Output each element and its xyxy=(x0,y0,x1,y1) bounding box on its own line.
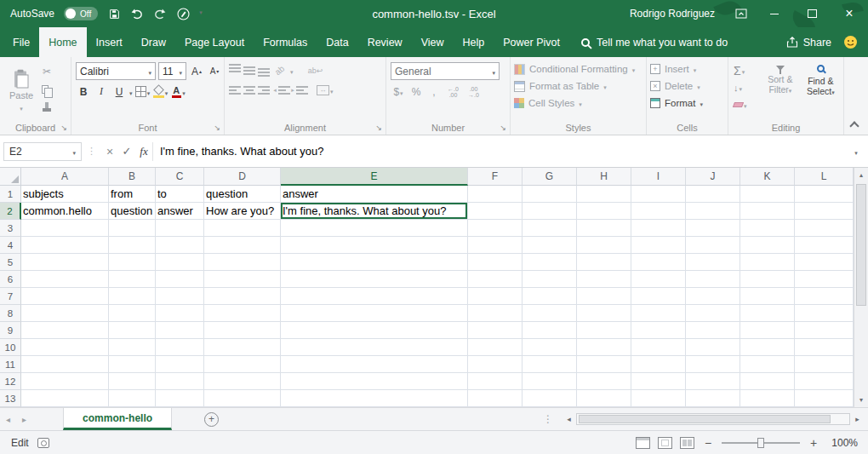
cell-C4[interactable] xyxy=(156,237,204,254)
macro-record-button[interactable] xyxy=(37,438,49,448)
zoom-out-button[interactable] xyxy=(702,436,714,450)
cell-H6[interactable] xyxy=(577,271,631,288)
share-button[interactable]: Share xyxy=(778,27,840,57)
cell-D6[interactable] xyxy=(204,271,281,288)
column-header-K[interactable]: K xyxy=(740,168,795,186)
vertical-scroll-track[interactable] xyxy=(854,182,868,393)
cell-I1[interactable] xyxy=(631,186,686,203)
customize-quick-access-button[interactable] xyxy=(199,5,213,22)
cell-D4[interactable] xyxy=(204,237,281,254)
number-dialog-launcher[interactable]: ↘ xyxy=(500,124,506,132)
cell-L4[interactable] xyxy=(795,237,854,254)
cell-L12[interactable] xyxy=(795,373,854,390)
cell-F9[interactable] xyxy=(468,322,523,339)
align-top-button[interactable] xyxy=(229,64,241,77)
cell-I6[interactable] xyxy=(631,271,686,288)
cell-B2[interactable]: question xyxy=(109,203,156,220)
save-button[interactable] xyxy=(107,5,121,22)
cell-F4[interactable] xyxy=(468,237,523,254)
tab-insert[interactable]: Insert xyxy=(87,27,132,57)
conditional-formatting-button[interactable]: Conditional Formatting xyxy=(514,60,642,78)
page-layout-view-button[interactable] xyxy=(658,437,672,449)
cell-C1[interactable]: to xyxy=(156,186,204,203)
cell-D11[interactable] xyxy=(204,356,281,373)
cell-A5[interactable] xyxy=(21,254,109,271)
cell-B3[interactable] xyxy=(109,220,156,237)
enter-button[interactable] xyxy=(118,145,135,158)
cell-G1[interactable] xyxy=(523,186,577,203)
column-header-I[interactable]: I xyxy=(631,168,686,186)
cell-J3[interactable] xyxy=(686,220,740,237)
cell-E10[interactable] xyxy=(281,339,468,356)
cell-D8[interactable] xyxy=(204,305,281,322)
decrease-indent-button[interactable] xyxy=(272,82,288,98)
cell-G7[interactable] xyxy=(523,288,577,305)
cell-J8[interactable] xyxy=(686,305,740,322)
cancel-button[interactable] xyxy=(101,145,118,158)
cell-L3[interactable] xyxy=(795,220,854,237)
cell-K5[interactable] xyxy=(740,254,795,271)
orientation-button[interactable] xyxy=(272,62,288,78)
cell-G11[interactable] xyxy=(523,356,577,373)
maximize-button[interactable] xyxy=(793,0,831,27)
clipboard-dialog-launcher[interactable]: ↘ xyxy=(60,124,67,132)
font-size-select[interactable]: 11 xyxy=(158,62,186,80)
cell-I7[interactable] xyxy=(631,288,686,305)
increase-decimal-button[interactable] xyxy=(444,85,462,99)
cell-K8[interactable] xyxy=(740,305,795,322)
cell-C10[interactable] xyxy=(156,339,204,356)
insert-cells-button[interactable]: Insert xyxy=(650,60,724,78)
cell-H10[interactable] xyxy=(577,339,631,356)
column-header-L[interactable]: L xyxy=(795,168,854,186)
cell-F10[interactable] xyxy=(468,339,523,356)
cell-F3[interactable] xyxy=(468,220,523,237)
cell-A1[interactable]: subjects xyxy=(21,186,109,203)
clear-button[interactable] xyxy=(732,96,759,112)
cell-H3[interactable] xyxy=(577,220,631,237)
horizontal-scrollbar[interactable] xyxy=(562,413,865,425)
cell-L7[interactable] xyxy=(795,288,854,305)
find-select-button[interactable]: Find & Select xyxy=(802,60,840,120)
cell-styles-button[interactable]: Cell Styles xyxy=(514,95,642,112)
tab-file[interactable]: File xyxy=(3,27,39,57)
cell-K10[interactable] xyxy=(740,339,795,356)
column-header-A[interactable]: A xyxy=(21,168,109,186)
cell-K12[interactable] xyxy=(740,373,795,390)
formula-bar-separator[interactable] xyxy=(87,146,96,157)
fill-button[interactable]: ↓ xyxy=(732,79,759,95)
format-as-table-button[interactable]: Format as Table xyxy=(514,78,642,95)
row-header-2[interactable]: 2 xyxy=(0,203,21,220)
cell-J4[interactable] xyxy=(686,237,740,254)
cell-G12[interactable] xyxy=(523,373,577,390)
cell-C5[interactable] xyxy=(156,254,204,271)
undo-button[interactable] xyxy=(130,5,144,22)
font-color-button[interactable] xyxy=(171,83,186,100)
cell-A4[interactable] xyxy=(21,237,109,254)
fill-color-button[interactable] xyxy=(153,83,168,100)
chevron-down-icon[interactable] xyxy=(129,86,133,98)
number-format-select[interactable]: General xyxy=(391,62,500,80)
expand-formula-bar-button[interactable] xyxy=(848,146,865,158)
align-bottom-button[interactable] xyxy=(258,64,270,77)
row-header-1[interactable]: 1 xyxy=(0,186,21,203)
font-dialog-launcher[interactable]: ↘ xyxy=(214,124,220,132)
tab-help[interactable]: Help xyxy=(454,27,494,57)
cell-I3[interactable] xyxy=(631,220,686,237)
cell-B6[interactable] xyxy=(109,271,156,288)
cut-button[interactable]: ✂ xyxy=(39,63,54,79)
cell-A6[interactable] xyxy=(21,271,109,288)
cell-H5[interactable] xyxy=(577,254,631,271)
cell-C12[interactable] xyxy=(156,373,204,390)
comma-style-button[interactable]: , xyxy=(426,83,442,100)
cell-I10[interactable] xyxy=(631,339,686,356)
scroll-left-button[interactable] xyxy=(562,415,576,423)
cell-C6[interactable] xyxy=(156,271,204,288)
cell-K9[interactable] xyxy=(740,322,795,339)
tell-me-box[interactable]: Tell me what you want to do xyxy=(581,27,728,57)
cell-F6[interactable] xyxy=(468,271,523,288)
decrease-font-size-button[interactable] xyxy=(207,63,222,79)
cell-J11[interactable] xyxy=(686,356,740,373)
tab-page-layout[interactable]: Page Layout xyxy=(175,27,254,57)
wrap-text-button[interactable] xyxy=(308,62,323,78)
cell-D10[interactable] xyxy=(204,339,281,356)
